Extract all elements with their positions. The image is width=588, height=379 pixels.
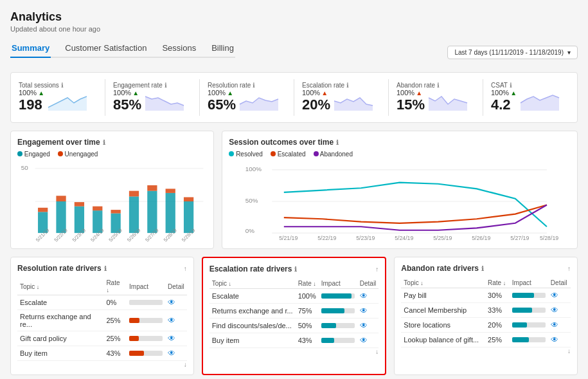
date-range-picker[interactable]: Last 7 days (11/11/2019 - 11/18/2019) ▾ bbox=[447, 46, 578, 59]
impact-cell bbox=[127, 295, 165, 310]
detail-cell[interactable]: 👁 bbox=[548, 318, 571, 333]
rate-cell: 75% bbox=[296, 304, 319, 319]
detail-cell[interactable]: 👁 bbox=[357, 304, 379, 319]
up-arrow-orange-icon: ▲ bbox=[321, 89, 328, 97]
th-topic-abandon[interactable]: Topic bbox=[401, 278, 485, 288]
kpi-abandon-rate-value: 15% bbox=[396, 97, 425, 113]
svg-text:0%: 0% bbox=[245, 227, 254, 234]
kpi-resolution-rate-label: Resolution rate bbox=[208, 82, 251, 89]
th-impact-resolution: Impact bbox=[127, 278, 165, 295]
kpi-abandon-rate-label: Abandon rate bbox=[396, 82, 435, 89]
resolution-drivers-title: Resolution rate drivers ℹ ↑ bbox=[17, 264, 187, 273]
topic-cell: Returns exchange and r... bbox=[209, 304, 296, 319]
kpi-engagement-rate-value: 85% bbox=[113, 97, 141, 113]
kpi-escalation-rate-percent: 100% ▲ bbox=[302, 89, 330, 97]
kpi-abandon-rate-percent: 100% ▲ bbox=[396, 89, 425, 97]
kpi-total-sessions: Total sessions ℹ 100% ▲ 198 bbox=[11, 79, 105, 116]
th-topic-escalation[interactable]: Topic bbox=[209, 279, 296, 289]
th-rate-abandon[interactable]: Rate bbox=[485, 278, 510, 288]
detail-cell[interactable]: 👁 bbox=[357, 319, 379, 333]
info-icon-8: ℹ bbox=[336, 139, 339, 146]
impact-cell bbox=[127, 331, 165, 346]
detail-cell[interactable]: 👁 bbox=[357, 289, 379, 304]
detail-cell[interactable]: 👁 bbox=[165, 346, 187, 361]
topic-cell: Escalate bbox=[209, 289, 296, 304]
kpi-csat-chart bbox=[521, 91, 559, 111]
topic-cell: Find discounts/sales/de... bbox=[209, 319, 296, 333]
table-row: Returns exchange and r... 75% 👁 bbox=[209, 304, 379, 319]
session-outcomes-chart-card: Session outcomes over time ℹ Resolved Es… bbox=[222, 131, 578, 249]
resolution-drivers-card: Resolution rate drivers ℹ ↑ Topic Rate I… bbox=[10, 257, 194, 375]
svg-text:5/28/19: 5/28/19 bbox=[540, 235, 558, 241]
svg-text:5/27/19: 5/27/19 bbox=[511, 235, 530, 241]
detail-cell[interactable]: 👁 bbox=[548, 303, 571, 318]
svg-rect-20 bbox=[129, 191, 139, 197]
kpi-engagement-rate-label: Engagement rate bbox=[113, 82, 163, 89]
kpi-csat: CSAT ℹ 100% ▲ 4.2 bbox=[483, 79, 577, 116]
topic-cell: Escalate bbox=[17, 295, 103, 310]
topic-cell: Pay bill bbox=[401, 288, 485, 303]
detail-cell[interactable]: 👁 bbox=[357, 333, 379, 348]
detail-cell[interactable]: 👁 bbox=[165, 331, 187, 346]
up-arrow-icon-3: ▲ bbox=[227, 89, 233, 97]
kpi-escalation-rate-label: Escalation rate bbox=[302, 82, 344, 89]
scroll-indicator-2: ↓ bbox=[209, 348, 379, 355]
table-row: Cancel Membership 33% 👁 bbox=[401, 303, 571, 318]
kpi-resolution-chart bbox=[240, 91, 278, 111]
svg-text:5/24/19: 5/24/19 bbox=[395, 235, 414, 241]
kpi-escalation-rate: Escalation rate ℹ 100% ▲ 20% bbox=[294, 79, 389, 116]
engagement-chart-title: Engagement over time ℹ bbox=[17, 138, 207, 147]
kpi-escalation-chart bbox=[334, 91, 373, 111]
table-row: Buy item 43% 👁 bbox=[209, 333, 379, 348]
abandon-drivers-table: Topic Rate Impact Detail Pay bill 30% 👁 bbox=[401, 278, 571, 347]
detail-cell[interactable]: 👁 bbox=[548, 333, 571, 347]
date-range-label: Last 7 days (11/11/2019 - 11/18/2019) bbox=[454, 49, 564, 56]
table-row: Buy item 43% 👁 bbox=[17, 346, 187, 361]
svg-text:5/26/19: 5/26/19 bbox=[472, 235, 491, 241]
detail-cell[interactable]: 👁 bbox=[165, 310, 187, 331]
detail-cell[interactable]: 👁 bbox=[165, 295, 187, 310]
svg-rect-24 bbox=[166, 189, 175, 193]
kpi-abandon-rate: Abandon rate ℹ 100% ▲ 15% bbox=[389, 79, 483, 116]
svg-text:5/25/19: 5/25/19 bbox=[434, 235, 452, 241]
tab-customer-satisfaction[interactable]: Customer Satisfaction bbox=[64, 39, 148, 58]
escalation-drivers-table: Topic Rate Impact Detail Escalate 100% 👁 bbox=[209, 279, 379, 348]
rate-cell: 25% bbox=[103, 310, 127, 331]
up-arrow-icon-2: ▲ bbox=[132, 89, 139, 97]
svg-rect-14 bbox=[75, 202, 84, 207]
th-rate-escalation[interactable]: Rate bbox=[296, 279, 319, 289]
info-icon-3: ℹ bbox=[253, 82, 255, 89]
up-arrow-icon-4: ▲ bbox=[510, 89, 517, 97]
impact-cell bbox=[319, 304, 357, 319]
rate-cell: 43% bbox=[296, 333, 319, 348]
impact-cell bbox=[127, 310, 165, 331]
topic-cell: Lookup balance of gift... bbox=[401, 333, 485, 347]
svg-text:5/22/19: 5/22/19 bbox=[318, 235, 337, 241]
topic-cell: Store locations bbox=[401, 318, 485, 333]
table-row: Pay bill 30% 👁 bbox=[401, 288, 571, 303]
tab-billing[interactable]: Billing bbox=[210, 39, 235, 58]
info-icon-7: ℹ bbox=[103, 139, 105, 146]
tab-sessions[interactable]: Sessions bbox=[161, 39, 197, 58]
topic-cell: Buy item bbox=[209, 333, 296, 348]
up-arrow-icon: ▲ bbox=[38, 89, 44, 97]
engagement-chart-card: Engagement over time ℹ Engaged Unengaged… bbox=[10, 131, 214, 249]
tab-summary[interactable]: Summary bbox=[10, 39, 51, 58]
impact-cell bbox=[510, 288, 548, 303]
page-title: Analytics bbox=[10, 10, 578, 24]
kpi-abandon-chart bbox=[429, 91, 467, 111]
chevron-down-icon: ▾ bbox=[567, 49, 571, 56]
escalation-drivers-card: Escalation rate drivers ℹ ↑ Topic Rate I… bbox=[202, 257, 387, 375]
svg-rect-26 bbox=[184, 197, 193, 201]
kpi-total-sessions-label: Total sessions bbox=[19, 82, 59, 89]
detail-cell[interactable]: 👁 bbox=[548, 288, 571, 303]
topic-cell: Gift card policy bbox=[17, 331, 103, 346]
kpi-total-sessions-percent: 100% ▲ bbox=[19, 89, 44, 97]
table-row: Gift card policy 25% 👁 bbox=[17, 331, 187, 346]
th-topic-resolution[interactable]: Topic bbox=[17, 278, 103, 295]
svg-text:5/23/19: 5/23/19 bbox=[357, 235, 375, 241]
impact-cell bbox=[510, 333, 548, 347]
table-row: Find discounts/sales/de... 50% 👁 bbox=[209, 319, 379, 333]
th-rate-resolution[interactable]: Rate bbox=[103, 278, 127, 295]
info-icon: ℹ bbox=[61, 82, 64, 89]
